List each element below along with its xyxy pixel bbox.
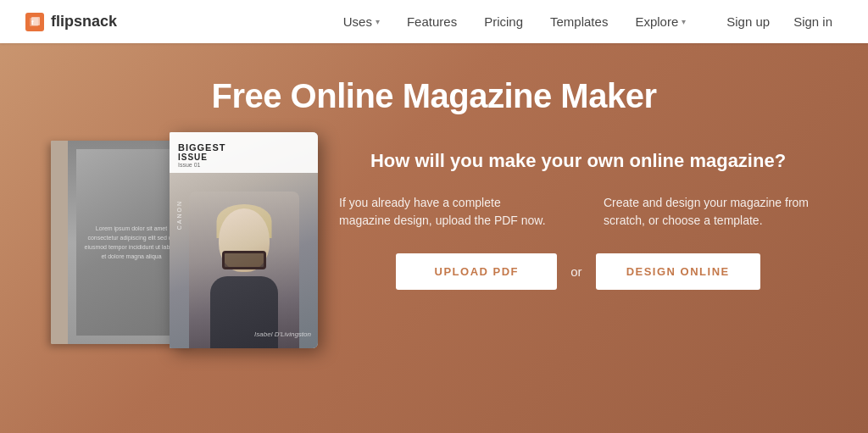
- magazine-subtitle: Issue 01: [178, 162, 309, 168]
- magazine-side-text: canon: [176, 200, 182, 230]
- logo-text: flipsnack: [51, 13, 117, 31]
- magazine-issue: ISSUE: [178, 153, 309, 162]
- magazine-signature: Isabel D'Livingston: [254, 330, 311, 338]
- logo-icon: f: [25, 13, 44, 31]
- hero-design-option: Create and design your magazine from scr…: [604, 194, 817, 230]
- nav-features-link[interactable]: Features: [393, 0, 470, 43]
- glasses-frame: [222, 251, 266, 269]
- logo-link[interactable]: f flipsnack: [25, 13, 117, 31]
- svg-text:f: f: [31, 19, 34, 26]
- person-silhouette: [189, 192, 299, 348]
- signup-link[interactable]: Sign up: [716, 0, 780, 43]
- nav-templates-link[interactable]: Templates: [537, 0, 621, 43]
- magazine-mockup: Lorem ipsum dolor sit amet consectetur a…: [51, 132, 314, 386]
- upload-description: If you already have a complete magazine …: [339, 194, 553, 230]
- magazine-front-cover: BIGGEST ISSUE Issue 01: [170, 132, 318, 348]
- nav-uses-link[interactable]: Uses ▾: [330, 0, 393, 43]
- nav-auth: Sign up Sign in: [716, 0, 843, 43]
- face: [219, 208, 270, 272]
- hero-buttons: UPLOAD PDF or DESIGN ONLINE: [339, 253, 817, 290]
- hero-right: How will you make your own online magazi…: [339, 141, 817, 290]
- hero-title: Free Online Magazine Maker: [212, 77, 657, 115]
- magazine-spine: [51, 141, 68, 344]
- nav-explore-link[interactable]: Explore ▾: [621, 0, 699, 43]
- hero-section: Free Online Magazine Maker Lorem ipsum d…: [0, 43, 868, 433]
- upload-pdf-button[interactable]: UPLOAD PDF: [396, 253, 557, 290]
- person-bg: [189, 192, 299, 348]
- magazine-cover-bg: BIGGEST ISSUE Issue 01: [170, 132, 318, 348]
- navbar: f flipsnack Uses ▾ Features Pricing Temp…: [0, 0, 868, 43]
- hero-question: How will you make your own online magazi…: [339, 149, 817, 174]
- magazine-side-text-area: canon: [176, 200, 193, 233]
- design-description: Create and design your magazine from scr…: [604, 194, 817, 230]
- explore-chevron-icon: ▾: [682, 0, 686, 43]
- hero-options: If you already have a complete magazine …: [339, 194, 817, 230]
- magazine-biggest: BIGGEST: [178, 142, 309, 153]
- or-text: or: [570, 264, 581, 279]
- hero-upload-option: If you already have a complete magazine …: [339, 194, 553, 230]
- hero-content: Lorem ipsum dolor sit amet consectetur a…: [51, 141, 817, 386]
- magazine-title-area: BIGGEST ISSUE Issue 01: [170, 132, 318, 173]
- signin-link[interactable]: Sign in: [783, 0, 843, 43]
- uses-chevron-icon: ▾: [376, 0, 380, 43]
- nav-pricing-link[interactable]: Pricing: [470, 0, 537, 43]
- glasses: [222, 251, 266, 269]
- design-online-button[interactable]: DESIGN ONLINE: [596, 253, 760, 290]
- nav-links: Uses ▾ Features Pricing Templates Explor…: [330, 0, 699, 43]
